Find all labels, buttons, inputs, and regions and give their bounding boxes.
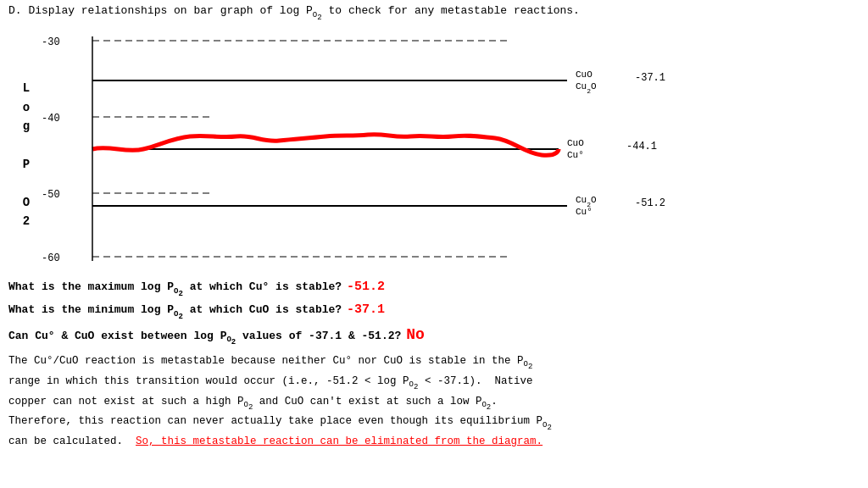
- svg-text:-51.2: -51.2: [635, 197, 665, 209]
- q2-text: What is the minimum log PO2 at which CuO…: [8, 302, 342, 323]
- chart-area: L o g P O 2 -30 -40 -50 -60: [17, 28, 860, 274]
- question-1: What is the maximum log PO2 at which Cu°…: [8, 277, 860, 300]
- svg-text:CuO: CuO: [576, 69, 593, 80]
- prose-section: The Cu°/CuO reaction is metastable becau…: [8, 353, 860, 450]
- question-2: What is the minimum log PO2 at which CuO…: [8, 300, 860, 323]
- svg-text:-40: -40: [42, 113, 60, 125]
- chart-container: -30 -40 -50 -60 CuO Cu2O -37.1 CuO Cu° -…: [42, 28, 737, 274]
- questions-section: What is the maximum log PO2 at which Cu°…: [8, 277, 860, 349]
- q3-text: Can Cu° & CuO exist between log PO2 valu…: [8, 328, 401, 349]
- q3-answer: No: [406, 324, 425, 347]
- svg-text:Cu°: Cu°: [567, 150, 584, 160]
- svg-text:Cu°: Cu°: [576, 207, 593, 217]
- q1-answer: -51.2: [347, 277, 385, 297]
- question-3: Can Cu° & CuO exist between log PO2 valu…: [8, 324, 860, 349]
- svg-text:-37.1: -37.1: [635, 72, 665, 84]
- svg-text:-60: -60: [42, 252, 60, 264]
- prose-text: The Cu°/CuO reaction is metastable becau…: [8, 355, 552, 447]
- svg-text:Cu2O: Cu2O: [576, 81, 597, 95]
- header-text: D. Display relationships on bar graph of…: [8, 4, 580, 17]
- svg-text:-30: -30: [42, 36, 60, 48]
- header: D. Display relationships on bar graph of…: [8, 3, 860, 23]
- q1-text: What is the maximum log PO2 at which Cu°…: [8, 279, 342, 300]
- svg-text:-44.1: -44.1: [626, 141, 657, 152]
- chart-svg: -30 -40 -50 -60 CuO Cu2O -37.1 CuO Cu° -…: [42, 28, 737, 274]
- metastable-link[interactable]: So, this metastable reaction can be elim…: [136, 435, 542, 447]
- q2-answer: -37.1: [347, 300, 385, 319]
- svg-text:CuO: CuO: [567, 138, 584, 148]
- y-axis-label: L o g P O 2: [17, 36, 36, 274]
- svg-text:-50: -50: [42, 189, 60, 201]
